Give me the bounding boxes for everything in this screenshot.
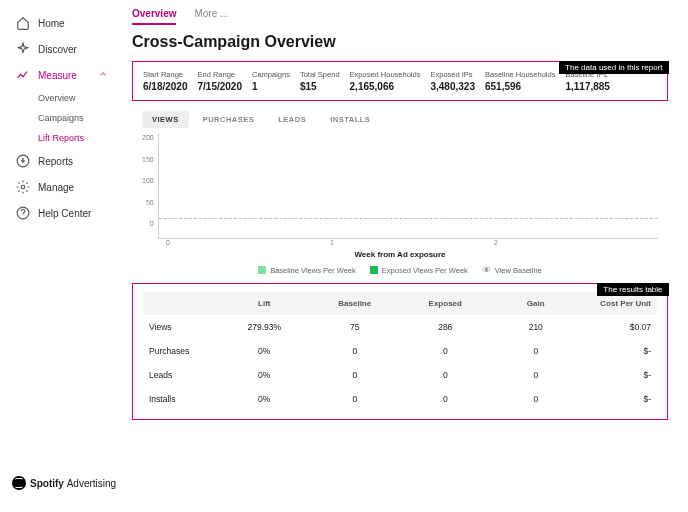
nav-label: Manage xyxy=(38,182,74,193)
legend-swatch-baseline xyxy=(258,266,266,274)
vtab-installs[interactable]: INSTALLS xyxy=(320,111,380,128)
page-title: Cross-Campaign Overview xyxy=(132,33,668,51)
tab-more[interactable]: More ... xyxy=(194,8,228,25)
nav-label: Discover xyxy=(38,44,77,55)
y-axis: 200 150 100 50 0 xyxy=(142,134,158,239)
home-icon xyxy=(16,16,30,30)
vtab-leads[interactable]: LEADS xyxy=(268,111,316,128)
sidebar: Home Discover Measure Overview Campaigns… xyxy=(0,0,120,512)
x-axis: 0 1 2 xyxy=(166,239,658,246)
annotation-data: The data used in this report xyxy=(559,61,668,74)
help-icon xyxy=(16,206,30,220)
nav-label: Home xyxy=(38,18,65,29)
chart-icon xyxy=(16,68,30,82)
subnav-overview[interactable]: Overview xyxy=(34,88,120,108)
gear-icon xyxy=(16,180,30,194)
svg-point-1 xyxy=(21,185,25,189)
nav-label: Help Center xyxy=(38,208,91,219)
table-header: Lift Baseline Exposed Gain Cost Per Unit xyxy=(143,292,657,315)
table-row: Views279.93%75286210$0.07 xyxy=(143,315,657,339)
nav-label: Measure xyxy=(38,70,77,81)
stat-campaigns: Campaigns1 xyxy=(252,70,290,92)
results-table-box: The results table Lift Baseline Exposed … xyxy=(132,283,668,420)
nav-reports[interactable]: Reports xyxy=(12,148,120,174)
chevron-up-icon xyxy=(98,69,108,81)
main-content: Overview More ... Cross-Campaign Overvie… xyxy=(120,0,688,512)
page-tabs: Overview More ... xyxy=(132,8,668,25)
vtab-purchases[interactable]: PURCHASES xyxy=(193,111,265,128)
nav-label: Reports xyxy=(38,156,73,167)
nav-discover[interactable]: Discover xyxy=(12,36,120,62)
stat-start: Start Range6/18/2020 xyxy=(143,70,188,92)
stat-baseline-hh: Baseline Households651,596 xyxy=(485,70,555,92)
x-axis-label: Week from Ad exposure xyxy=(142,250,658,259)
spotify-icon xyxy=(12,476,26,490)
bar-chart: 200 150 100 50 0 0 1 2 Week from Ad expo… xyxy=(142,134,658,275)
nav-measure[interactable]: Measure xyxy=(12,62,120,88)
chart-legend: Baseline Views Per Week Exposed Views Pe… xyxy=(142,265,658,275)
brand-logo: Spotify Advertising xyxy=(12,476,120,490)
plot-area xyxy=(158,134,658,239)
download-icon xyxy=(16,154,30,168)
stat-exposed-ip: Exposed IPs3,480,323 xyxy=(430,70,475,92)
subnav-campaigns[interactable]: Campaigns xyxy=(34,108,120,128)
nav-home[interactable]: Home xyxy=(12,10,120,36)
baseline-line xyxy=(159,218,658,219)
stat-end: End Range7/15/2020 xyxy=(198,70,243,92)
nav-manage[interactable]: Manage xyxy=(12,174,120,200)
table-row: Leads0%000$- xyxy=(143,363,657,387)
metric-tabs: VIEWS PURCHASES LEADS INSTALLS xyxy=(142,111,668,128)
subnav-lift-reports[interactable]: Lift Reports xyxy=(34,128,120,148)
stat-spend: Total Spend$15 xyxy=(300,70,340,92)
sparkle-icon xyxy=(16,42,30,56)
table-row: Installs0%000$- xyxy=(143,387,657,411)
table-row: Purchases0%000$- xyxy=(143,339,657,363)
eye-icon: 👁 xyxy=(482,265,491,275)
stat-exposed-hh: Exposed Households2,165,066 xyxy=(350,70,421,92)
legend-swatch-exposed xyxy=(370,266,378,274)
data-summary-box: The data used in this report Start Range… xyxy=(132,61,668,101)
annotation-results: The results table xyxy=(597,283,668,296)
vtab-views[interactable]: VIEWS xyxy=(142,111,189,128)
view-baseline-toggle[interactable]: View Baseline xyxy=(495,266,542,275)
tab-overview[interactable]: Overview xyxy=(132,8,176,25)
nav-help[interactable]: Help Center xyxy=(12,200,120,226)
